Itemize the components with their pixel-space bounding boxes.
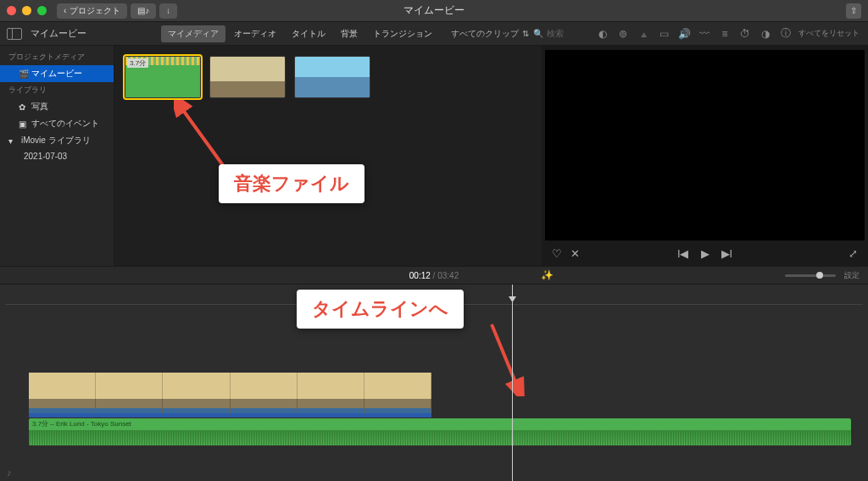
sidebar-item-date[interactable]: 2021-07-03 <box>0 149 114 163</box>
back-label: プロジェクト <box>70 5 120 17</box>
sidebar-item-label: マイムービー <box>31 68 82 80</box>
music-track-icon: ♪ <box>7 467 12 478</box>
media-browser: 3.7分 <box>114 46 542 266</box>
annotation-callout-timeline: タイムラインへ <box>297 290 464 329</box>
clip-filter-dropdown[interactable]: すべてのクリップ ⇅ <box>451 28 529 40</box>
sidebar: プロジェクトメディア 🎬 マイムービー ライブラリ ✿ 写真 ▣ すべてのイベン… <box>0 46 114 266</box>
timeline-header: 00:12 / 03:42 ✨ 設定 <box>0 266 868 285</box>
audio-clip-label: 3.7分 – Erik Lund - Tokyo Sunset <box>32 419 131 428</box>
back-to-projects-button[interactable]: ‹ プロジェクト <box>57 3 127 19</box>
sidebar-item-label: すべてのイベント <box>31 118 99 130</box>
video-clip-segment[interactable] <box>298 373 364 413</box>
search-placeholder: 検索 <box>547 28 564 40</box>
favorite-icon[interactable]: ♡ <box>552 247 562 260</box>
sidebar-item-my-movie[interactable]: 🎬 マイムービー <box>0 65 114 82</box>
disclosure-triangle-icon[interactable]: ▾ <box>8 136 17 146</box>
share-icon: ⇧ <box>850 6 857 15</box>
sidebar-item-imovie-library[interactable]: ▾ iMovie ライブラリ <box>0 132 114 149</box>
tab-backgrounds[interactable]: 背景 <box>334 25 364 42</box>
next-icon[interactable]: ▶I <box>721 247 733 260</box>
viewer-tools: ◐ ⊚ ⟁ ▭ 🔊 〰 ≡ ⏱ ◑ ⓘ <box>597 26 792 41</box>
main-area: プロジェクトメディア 🎬 マイムービー ライブラリ ✿ 写真 ▣ すべてのイベン… <box>0 46 868 266</box>
sidebar-toggle-icon[interactable] <box>7 28 22 40</box>
titlebar-buttons: ‹ プロジェクト ▤♪ ↓ <box>57 3 177 19</box>
tab-audio[interactable]: オーディオ <box>227 25 283 42</box>
video-clip-segment[interactable] <box>163 373 230 413</box>
clip-filter-label: すべてのクリップ <box>451 28 519 40</box>
sidebar-section-project: プロジェクトメディア <box>0 49 114 65</box>
speed-icon[interactable]: ⏱ <box>739 28 751 40</box>
sidebar-item-label: 写真 <box>31 101 48 113</box>
media-import-button[interactable]: ▤♪ <box>131 3 156 19</box>
window-titlebar: ‹ プロジェクト ▤♪ ↓ マイムービー ⇧ <box>0 0 868 22</box>
search-field[interactable]: 🔍 検索 <box>533 28 564 40</box>
annotation-callout-audio-file: 音楽ファイル <box>219 164 364 203</box>
attached-audio-bar[interactable] <box>29 413 431 417</box>
clip-video-2[interactable] <box>294 56 370 98</box>
timecode: 00:12 / 03:42 <box>409 271 459 280</box>
sidebar-item-label: 2021-07-03 <box>24 152 67 161</box>
reject-icon[interactable]: ✕ <box>570 247 580 260</box>
color-balance-icon[interactable]: ◐ <box>597 28 609 40</box>
clip-audio[interactable]: 3.7分 <box>125 56 201 98</box>
settings-button[interactable]: 設定 <box>844 270 860 281</box>
video-clip-segment[interactable] <box>364 373 431 413</box>
download-icon: ↓ <box>166 6 170 15</box>
filter-icon[interactable]: ◑ <box>760 28 771 40</box>
total-time: 03:42 <box>437 271 459 280</box>
video-track[interactable] <box>29 373 431 413</box>
calendar-icon: ▣ <box>19 119 27 129</box>
media-icon: ▤♪ <box>137 6 149 15</box>
photos-icon: ✿ <box>19 102 27 112</box>
toolbar: マイムービー マイメディア オーディオ タイトル 背景 トランジション すべての… <box>0 22 868 46</box>
zoom-slider[interactable] <box>785 274 836 277</box>
volume-icon[interactable]: 🔊 <box>678 28 690 40</box>
clapper-icon: 🎬 <box>19 69 27 79</box>
noise-icon[interactable]: 〰 <box>698 28 710 40</box>
sidebar-section-library: ライブラリ <box>0 82 114 98</box>
clip-duration: 3.7分 <box>127 58 148 68</box>
video-clip-segment[interactable] <box>231 373 298 413</box>
clip-video-1[interactable] <box>209 56 286 98</box>
media-tabs: マイメディア オーディオ タイトル 背景 トランジション <box>161 25 439 42</box>
video-clip-segment[interactable] <box>29 373 96 413</box>
fullscreen-icon[interactable]: ⤢ <box>849 247 858 260</box>
audio-track[interactable]: 3.7分 – Erik Lund - Tokyo Sunset <box>29 418 851 445</box>
viewer-controls: ♡ ✕ I◀ ▶ ▶I ⤢ <box>542 240 868 266</box>
sidebar-item-all-events[interactable]: ▣ すべてのイベント <box>0 115 114 132</box>
playhead[interactable] <box>512 285 513 481</box>
viewer-pane: ♡ ✕ I◀ ▶ ▶I ⤢ <box>542 46 868 266</box>
search-icon: 🔍 <box>533 29 543 38</box>
eq-icon[interactable]: ≡ <box>719 28 731 40</box>
video-clip-segment[interactable] <box>96 373 163 413</box>
enhance-icon[interactable]: ✨ <box>541 269 554 281</box>
prev-icon[interactable]: I◀ <box>677 247 689 260</box>
current-time: 00:12 <box>409 271 431 280</box>
chevron-updown-icon: ⇅ <box>522 29 529 38</box>
color-correct-icon[interactable]: ⊚ <box>617 28 629 40</box>
stabilize-icon[interactable]: ▭ <box>658 28 670 40</box>
info-icon[interactable]: ⓘ <box>780 26 792 41</box>
reset-all-button[interactable]: すべてをリセット <box>798 28 860 39</box>
tab-titles[interactable]: タイトル <box>285 25 332 42</box>
tab-transitions[interactable]: トランジション <box>366 25 439 42</box>
minimize-window-icon[interactable] <box>22 6 31 15</box>
breadcrumb: マイムービー <box>31 27 86 40</box>
chevron-left-icon: ‹ <box>64 6 66 15</box>
traffic-lights <box>7 6 47 15</box>
tab-my-media[interactable]: マイメディア <box>161 25 225 42</box>
download-button[interactable]: ↓ <box>159 3 177 19</box>
sidebar-item-photos[interactable]: ✿ 写真 <box>0 98 114 115</box>
share-button[interactable]: ⇧ <box>846 3 861 19</box>
window-title: マイムービー <box>403 3 465 18</box>
fullscreen-window-icon[interactable] <box>37 6 47 15</box>
waveform <box>29 430 851 445</box>
crop-icon[interactable]: ⟁ <box>637 28 649 40</box>
preview-viewer[interactable] <box>545 50 865 240</box>
close-window-icon[interactable] <box>7 6 16 15</box>
sidebar-item-label: iMovie ライブラリ <box>21 135 91 147</box>
play-icon[interactable]: ▶ <box>701 247 709 260</box>
